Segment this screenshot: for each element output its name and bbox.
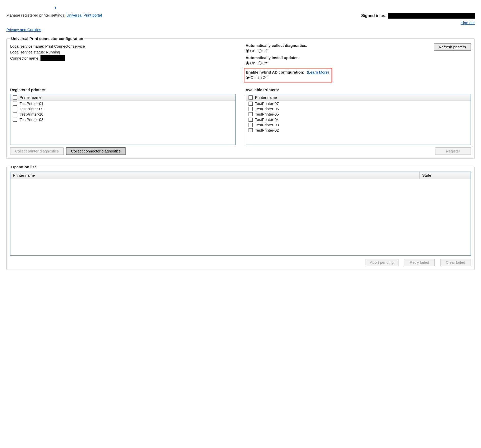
available-col-header: Printer name (255, 95, 277, 100)
manage-settings-row: Manage registered printer settings: Univ… (6, 13, 102, 17)
abort-pending-button[interactable]: Abort pending (365, 259, 398, 266)
list-item[interactable]: TestPrinter-02 (246, 128, 471, 133)
register-button[interactable]: Register (435, 147, 471, 155)
connector-name-redacted (40, 55, 65, 61)
available-select-all-checkbox[interactable] (249, 95, 253, 100)
connector-config-fieldset: Universal Print connector configuration … (6, 36, 475, 159)
available-item-label: TestPrinter-05 (255, 112, 279, 116)
list-item[interactable]: TestPrinter-01 (10, 101, 235, 106)
list-item[interactable]: TestPrinter-10 (10, 111, 235, 117)
operation-list-legend: Operation list (10, 165, 37, 169)
radio-label-off: Off (263, 49, 268, 53)
available-item-label: TestPrinter-03 (255, 123, 279, 127)
auto-collect-diag-off-radio[interactable]: Off (258, 49, 268, 53)
signed-in-user-redacted (388, 13, 475, 19)
registered-item-label: TestPrinter-09 (20, 107, 43, 111)
registered-col-header: Printer name (20, 95, 42, 100)
available-item-checkbox[interactable] (249, 107, 253, 111)
registered-item-label: TestPrinter-08 (20, 117, 43, 122)
local-service-name-value: Print Connector service (45, 43, 85, 49)
auto-install-updates-off-radio[interactable]: Off (258, 61, 268, 65)
sign-out-link[interactable]: Sign out (461, 21, 475, 25)
radio-label-off: Off (263, 75, 268, 80)
available-item-checkbox[interactable] (249, 118, 253, 122)
registered-item-checkbox[interactable] (13, 112, 17, 116)
auto-install-updates-on-radio[interactable]: On (246, 61, 255, 65)
signed-in-label: Signed in as: (361, 13, 387, 18)
hybrid-ad-label: Enable hybrid AD configuration: (246, 70, 304, 74)
list-item[interactable]: TestPrinter-09 (10, 106, 235, 111)
refresh-printers-button[interactable]: Refresh printers (434, 43, 471, 51)
universal-print-portal-link[interactable]: Universal Print portal (66, 13, 102, 17)
list-item[interactable]: TestPrinter-06 (246, 106, 471, 111)
available-item-label: TestPrinter-02 (255, 128, 279, 132)
connector-config-legend: Universal Print connector configuration (10, 36, 84, 41)
list-item[interactable]: TestPrinter-04 (246, 117, 471, 122)
registered-item-label: TestPrinter-01 (20, 101, 43, 106)
service-info-block: Local service name: Print Connector serv… (10, 43, 236, 82)
decorative-dot (55, 5, 475, 9)
registered-printers-title: Registered printers: (10, 88, 236, 92)
hybrid-ad-off-radio[interactable]: Off (258, 75, 268, 80)
registered-item-checkbox[interactable] (13, 107, 17, 111)
local-service-status-label: Local service status: (10, 49, 45, 55)
collect-printer-diagnostics-button[interactable]: Collect printer diagnostics (10, 147, 64, 155)
registered-printers-listbox[interactable]: Printer name TestPrinter-01TestPrinter-0… (10, 94, 236, 145)
operation-list-fieldset: Operation list Printer name State Abort … (6, 165, 475, 270)
radio-label-off: Off (263, 61, 268, 65)
connector-name-label: Connector name: (10, 55, 39, 61)
list-item[interactable]: TestPrinter-08 (10, 117, 235, 122)
retry-failed-button[interactable]: Retry failed (404, 259, 435, 266)
oplist-col-state: State (420, 172, 471, 179)
local-service-name-label: Local service name: (10, 43, 44, 49)
radio-label-on: On (251, 75, 256, 80)
available-printers-listbox[interactable]: Printer name TestPrinter-07TestPrinter-0… (246, 94, 471, 145)
registered-item-label: TestPrinter-10 (20, 112, 43, 116)
clear-failed-button[interactable]: Clear failed (440, 259, 471, 266)
signed-in-row: Signed in as: (361, 13, 475, 19)
available-item-checkbox[interactable] (249, 102, 253, 106)
oplist-col-printer-name: Printer name (10, 172, 420, 179)
available-item-checkbox[interactable] (249, 123, 253, 127)
auto-collect-diag-on-radio[interactable]: On (246, 49, 255, 53)
collect-connector-diagnostics-button[interactable]: Collect connector diagnostics (66, 147, 126, 155)
hybrid-ad-on-radio[interactable]: On (246, 75, 256, 80)
registered-item-checkbox[interactable] (13, 102, 17, 106)
available-item-label: TestPrinter-06 (255, 107, 279, 111)
radio-label-on: On (250, 61, 255, 65)
registered-item-checkbox[interactable] (13, 118, 17, 122)
list-item[interactable]: TestPrinter-03 (246, 122, 471, 128)
available-item-checkbox[interactable] (249, 128, 253, 132)
registered-select-all-checkbox[interactable] (13, 95, 17, 100)
available-printers-title: Available Printers: (246, 88, 471, 92)
available-item-checkbox[interactable] (249, 112, 253, 116)
hybrid-ad-highlight-box: Enable hybrid AD configuration: (Learn M… (244, 68, 332, 82)
auto-install-updates-label: Automatically install updates: (246, 55, 471, 60)
local-service-status-value: Running (46, 49, 60, 55)
operation-list-box[interactable]: Printer name State (10, 172, 471, 256)
radio-label-on: On (250, 49, 255, 53)
list-item[interactable]: TestPrinter-05 (246, 111, 471, 117)
available-item-label: TestPrinter-07 (255, 101, 279, 106)
list-item[interactable]: TestPrinter-07 (246, 101, 471, 106)
manage-settings-label: Manage registered printer settings: (6, 13, 66, 17)
privacy-cookies-link[interactable]: Privacy and Cookies (6, 27, 41, 32)
available-item-label: TestPrinter-04 (255, 117, 279, 122)
hybrid-ad-learn-more-link[interactable]: (Learn More) (307, 70, 329, 74)
